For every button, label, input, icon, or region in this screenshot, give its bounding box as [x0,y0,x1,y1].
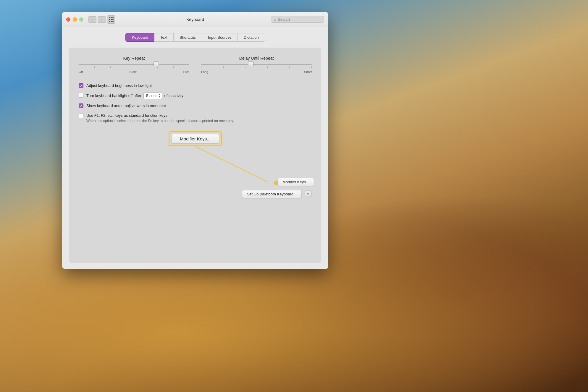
fn-keys-checkbox[interactable] [79,113,83,118]
modifier-keys-button[interactable]: Modifier Keys... [171,134,219,144]
key-repeat-label: Key Repeat [123,56,145,61]
modifier-keys-highlight: Modifier Keys... [169,131,222,146]
key-repeat-off-label: Off [79,70,83,74]
delay-until-repeat-track[interactable] [201,64,312,65]
tab-shortcuts[interactable]: Shortcuts [174,33,202,42]
keyboard-preferences-window: ‹ › Keyboard ⌕ Search Keyboard Text Shor… [62,12,328,269]
fn-keys-sublabel: When this option is selected, press the … [86,119,312,123]
close-button[interactable] [66,17,70,22]
fn-keys-section: Use F1, F2, etc. keys as standard functi… [79,113,312,123]
fn-keys-label: Use F1, F2, etc. keys as standard functi… [86,113,167,118]
keyboard-panel: Key Repeat Off Slow [69,48,321,263]
stepper-down-icon: ▼ [158,96,161,98]
search-icon: ⌕ [274,17,276,22]
delay-long-label: Long [201,70,208,74]
emoji-row: Show keyboard and emoji viewers in menu … [79,103,312,108]
grid-icon [109,17,114,22]
key-repeat-slider-container [79,64,189,68]
bottom-row: Set Up Bluetooth Keyboard... ? [79,188,312,198]
forward-button[interactable]: › [98,16,106,23]
key-repeat-ticks [79,67,189,68]
window-title: Keyboard [186,17,204,22]
search-bar[interactable]: ⌕ Search [271,16,324,23]
modifier-keys-button-small[interactable]: Modifier Keys... [277,178,314,186]
forward-icon: › [101,17,102,22]
back-icon: ‹ [92,17,93,22]
delay-until-repeat-labels: Long Short [201,70,312,74]
key-repeat-slow-label: Slow [130,70,137,74]
brightness-checkbox[interactable] [79,83,83,88]
tab-text[interactable]: Text [154,33,174,42]
help-button[interactable]: ? [305,190,312,197]
key-repeat-labels: Off Slow Fast [79,70,189,74]
sliders-row: Key Repeat Off Slow [79,56,312,74]
content-area: Keyboard Text Shortcuts Input Sources Di… [62,27,328,269]
traffic-lights [66,17,83,22]
modifier-keys-area: Modifier Keys... Modifier Keys... [79,131,312,188]
delay-until-repeat-ticks [201,67,312,68]
backlight-label: Turn keyboard backlight off after 5 secs… [86,93,183,99]
search-placeholder: Search [278,17,290,22]
tab-bar: Keyboard Text Shortcuts Input Sources Di… [125,33,265,42]
delay-until-repeat-slider-container [201,64,312,68]
tab-dictation[interactable]: Dictation [238,33,265,42]
tab-keyboard[interactable]: Keyboard [125,33,154,42]
title-bar: ‹ › Keyboard ⌕ Search [62,12,328,27]
minimize-button[interactable] [73,17,77,22]
fn-keys-row: Use F1, F2, etc. keys as standard functi… [79,113,312,118]
emoji-checkbox[interactable] [79,103,83,108]
delay-short-label: Short [304,70,312,74]
key-repeat-group: Key Repeat Off Slow [79,56,189,74]
nav-buttons: ‹ › [88,16,106,23]
emoji-label: Show keyboard and emoji viewers in menu … [86,103,166,108]
bluetooth-keyboard-button[interactable]: Set Up Bluetooth Keyboard... [242,190,302,198]
key-repeat-fast-label: Fast [183,70,189,74]
back-button[interactable]: ‹ [88,16,96,23]
maximize-button[interactable] [79,17,83,22]
brightness-row: Adjust keyboard brightness in low light [79,83,312,88]
backlight-checkbox[interactable] [79,93,83,98]
annotation-area: Modifier Keys... [79,146,312,188]
brightness-label: Adjust keyboard brightness in low light [86,83,152,88]
checkbox-section: Adjust keyboard brightness in low light … [79,83,312,123]
delay-until-repeat-label: Delay Until Repeat [239,56,274,61]
delay-until-repeat-group: Delay Until Repeat Long Short [201,56,312,74]
backlight-select[interactable]: 5 secs ▲ ▼ [143,93,162,99]
grid-button[interactable] [107,15,115,24]
backlight-row: Turn keyboard backlight off after 5 secs… [79,93,312,99]
stepper-arrows: ▲ ▼ [158,93,161,98]
svg-line-0 [195,146,267,182]
tab-input-sources[interactable]: Input Sources [202,33,238,42]
key-repeat-track[interactable] [79,64,189,65]
